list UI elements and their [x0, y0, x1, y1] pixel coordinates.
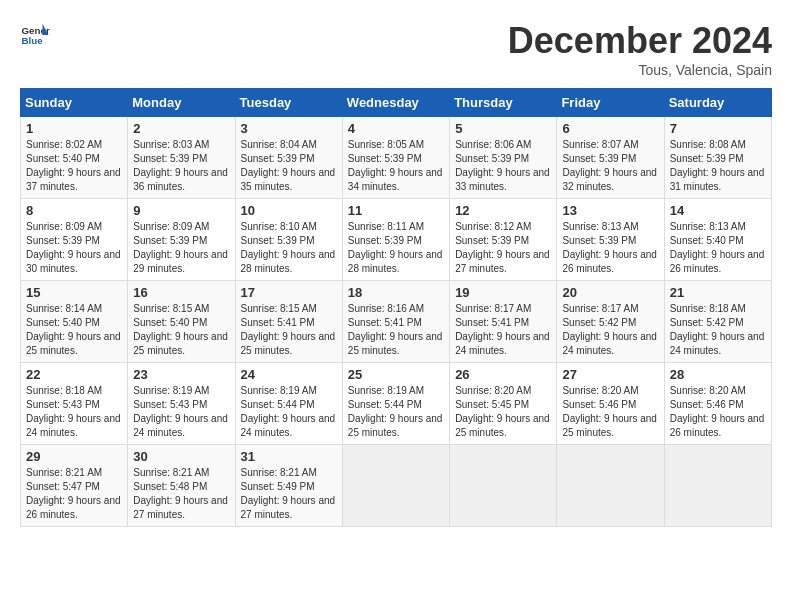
calendar-cell: 5Sunrise: 8:06 AMSunset: 5:39 PMDaylight…	[450, 117, 557, 199]
day-of-week-header: Thursday	[450, 89, 557, 117]
day-number: 14	[670, 203, 766, 218]
calendar-week-row: 8Sunrise: 8:09 AMSunset: 5:39 PMDaylight…	[21, 199, 772, 281]
calendar-cell: 26Sunrise: 8:20 AMSunset: 5:45 PMDayligh…	[450, 363, 557, 445]
month-title: December 2024	[508, 20, 772, 62]
day-number: 3	[241, 121, 337, 136]
calendar-cell: 29Sunrise: 8:21 AMSunset: 5:47 PMDayligh…	[21, 445, 128, 527]
day-info: Sunrise: 8:14 AMSunset: 5:40 PMDaylight:…	[26, 302, 122, 358]
day-number: 13	[562, 203, 658, 218]
day-info: Sunrise: 8:15 AMSunset: 5:40 PMDaylight:…	[133, 302, 229, 358]
calendar-cell: 20Sunrise: 8:17 AMSunset: 5:42 PMDayligh…	[557, 281, 664, 363]
day-number: 16	[133, 285, 229, 300]
calendar-cell: 28Sunrise: 8:20 AMSunset: 5:46 PMDayligh…	[664, 363, 771, 445]
day-number: 19	[455, 285, 551, 300]
day-of-week-header: Monday	[128, 89, 235, 117]
day-info: Sunrise: 8:04 AMSunset: 5:39 PMDaylight:…	[241, 138, 337, 194]
day-info: Sunrise: 8:18 AMSunset: 5:43 PMDaylight:…	[26, 384, 122, 440]
day-info: Sunrise: 8:13 AMSunset: 5:39 PMDaylight:…	[562, 220, 658, 276]
calendar-cell: 13Sunrise: 8:13 AMSunset: 5:39 PMDayligh…	[557, 199, 664, 281]
day-number: 5	[455, 121, 551, 136]
day-number: 1	[26, 121, 122, 136]
day-info: Sunrise: 8:05 AMSunset: 5:39 PMDaylight:…	[348, 138, 444, 194]
calendar-week-row: 15Sunrise: 8:14 AMSunset: 5:40 PMDayligh…	[21, 281, 772, 363]
calendar-cell: 1Sunrise: 8:02 AMSunset: 5:40 PMDaylight…	[21, 117, 128, 199]
calendar-cell: 2Sunrise: 8:03 AMSunset: 5:39 PMDaylight…	[128, 117, 235, 199]
day-number: 18	[348, 285, 444, 300]
day-number: 31	[241, 449, 337, 464]
calendar-cell: 8Sunrise: 8:09 AMSunset: 5:39 PMDaylight…	[21, 199, 128, 281]
logo-icon: General Blue	[20, 20, 50, 50]
day-info: Sunrise: 8:02 AMSunset: 5:40 PMDaylight:…	[26, 138, 122, 194]
day-of-week-header: Sunday	[21, 89, 128, 117]
day-info: Sunrise: 8:09 AMSunset: 5:39 PMDaylight:…	[133, 220, 229, 276]
day-number: 21	[670, 285, 766, 300]
day-info: Sunrise: 8:09 AMSunset: 5:39 PMDaylight:…	[26, 220, 122, 276]
calendar-cell: 11Sunrise: 8:11 AMSunset: 5:39 PMDayligh…	[342, 199, 449, 281]
calendar-week-row: 29Sunrise: 8:21 AMSunset: 5:47 PMDayligh…	[21, 445, 772, 527]
title-section: December 2024 Tous, Valencia, Spain	[508, 20, 772, 78]
day-info: Sunrise: 8:21 AMSunset: 5:49 PMDaylight:…	[241, 466, 337, 522]
day-number: 17	[241, 285, 337, 300]
day-number: 9	[133, 203, 229, 218]
calendar-cell	[342, 445, 449, 527]
calendar-cell: 30Sunrise: 8:21 AMSunset: 5:48 PMDayligh…	[128, 445, 235, 527]
calendar-cell	[557, 445, 664, 527]
calendar-cell: 10Sunrise: 8:10 AMSunset: 5:39 PMDayligh…	[235, 199, 342, 281]
day-info: Sunrise: 8:06 AMSunset: 5:39 PMDaylight:…	[455, 138, 551, 194]
calendar-cell: 21Sunrise: 8:18 AMSunset: 5:42 PMDayligh…	[664, 281, 771, 363]
day-number: 11	[348, 203, 444, 218]
day-info: Sunrise: 8:21 AMSunset: 5:47 PMDaylight:…	[26, 466, 122, 522]
calendar-cell: 27Sunrise: 8:20 AMSunset: 5:46 PMDayligh…	[557, 363, 664, 445]
day-number: 12	[455, 203, 551, 218]
day-info: Sunrise: 8:15 AMSunset: 5:41 PMDaylight:…	[241, 302, 337, 358]
day-number: 2	[133, 121, 229, 136]
calendar-cell: 6Sunrise: 8:07 AMSunset: 5:39 PMDaylight…	[557, 117, 664, 199]
calendar-cell: 16Sunrise: 8:15 AMSunset: 5:40 PMDayligh…	[128, 281, 235, 363]
day-number: 22	[26, 367, 122, 382]
calendar-week-row: 22Sunrise: 8:18 AMSunset: 5:43 PMDayligh…	[21, 363, 772, 445]
calendar-cell: 9Sunrise: 8:09 AMSunset: 5:39 PMDaylight…	[128, 199, 235, 281]
logo: General Blue	[20, 20, 50, 50]
calendar-header-row: SundayMondayTuesdayWednesdayThursdayFrid…	[21, 89, 772, 117]
day-number: 20	[562, 285, 658, 300]
calendar-cell: 3Sunrise: 8:04 AMSunset: 5:39 PMDaylight…	[235, 117, 342, 199]
day-info: Sunrise: 8:17 AMSunset: 5:41 PMDaylight:…	[455, 302, 551, 358]
calendar-cell: 25Sunrise: 8:19 AMSunset: 5:44 PMDayligh…	[342, 363, 449, 445]
day-of-week-header: Friday	[557, 89, 664, 117]
day-of-week-header: Saturday	[664, 89, 771, 117]
day-of-week-header: Wednesday	[342, 89, 449, 117]
day-number: 23	[133, 367, 229, 382]
page-header: General Blue December 2024 Tous, Valenci…	[20, 20, 772, 78]
day-info: Sunrise: 8:08 AMSunset: 5:39 PMDaylight:…	[670, 138, 766, 194]
day-info: Sunrise: 8:19 AMSunset: 5:44 PMDaylight:…	[241, 384, 337, 440]
calendar-cell: 24Sunrise: 8:19 AMSunset: 5:44 PMDayligh…	[235, 363, 342, 445]
calendar-cell: 31Sunrise: 8:21 AMSunset: 5:49 PMDayligh…	[235, 445, 342, 527]
day-number: 10	[241, 203, 337, 218]
day-info: Sunrise: 8:16 AMSunset: 5:41 PMDaylight:…	[348, 302, 444, 358]
day-number: 15	[26, 285, 122, 300]
day-info: Sunrise: 8:20 AMSunset: 5:46 PMDaylight:…	[670, 384, 766, 440]
day-info: Sunrise: 8:21 AMSunset: 5:48 PMDaylight:…	[133, 466, 229, 522]
day-number: 6	[562, 121, 658, 136]
calendar-cell	[450, 445, 557, 527]
day-number: 8	[26, 203, 122, 218]
day-number: 7	[670, 121, 766, 136]
day-info: Sunrise: 8:18 AMSunset: 5:42 PMDaylight:…	[670, 302, 766, 358]
day-of-week-header: Tuesday	[235, 89, 342, 117]
calendar-cell: 15Sunrise: 8:14 AMSunset: 5:40 PMDayligh…	[21, 281, 128, 363]
day-info: Sunrise: 8:20 AMSunset: 5:46 PMDaylight:…	[562, 384, 658, 440]
day-info: Sunrise: 8:11 AMSunset: 5:39 PMDaylight:…	[348, 220, 444, 276]
day-number: 27	[562, 367, 658, 382]
day-info: Sunrise: 8:03 AMSunset: 5:39 PMDaylight:…	[133, 138, 229, 194]
day-number: 24	[241, 367, 337, 382]
calendar-cell: 17Sunrise: 8:15 AMSunset: 5:41 PMDayligh…	[235, 281, 342, 363]
calendar-cell: 12Sunrise: 8:12 AMSunset: 5:39 PMDayligh…	[450, 199, 557, 281]
day-info: Sunrise: 8:10 AMSunset: 5:39 PMDaylight:…	[241, 220, 337, 276]
day-number: 30	[133, 449, 229, 464]
calendar-cell: 23Sunrise: 8:19 AMSunset: 5:43 PMDayligh…	[128, 363, 235, 445]
calendar-table: SundayMondayTuesdayWednesdayThursdayFrid…	[20, 88, 772, 527]
day-info: Sunrise: 8:07 AMSunset: 5:39 PMDaylight:…	[562, 138, 658, 194]
day-info: Sunrise: 8:17 AMSunset: 5:42 PMDaylight:…	[562, 302, 658, 358]
calendar-cell	[664, 445, 771, 527]
day-number: 4	[348, 121, 444, 136]
